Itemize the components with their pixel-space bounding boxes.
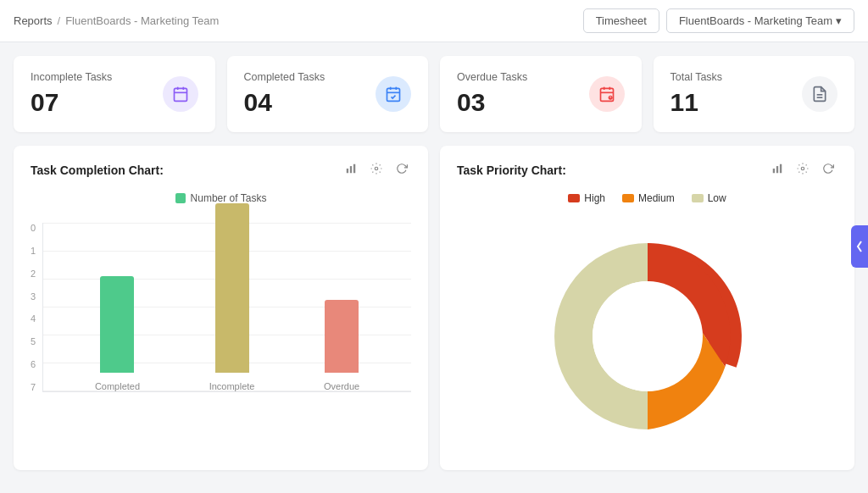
board-selector-label: FluentBoards - Marketing Team — [679, 14, 832, 27]
svg-rect-23 — [780, 164, 782, 174]
stat-card-overdue: Overdue Tasks 03 — [440, 56, 642, 132]
bar-chart-legend: Number of Tasks — [31, 192, 411, 204]
completion-chart-header: Task Completion Chart: — [31, 161, 411, 179]
bar-chart-area: 7 6 5 4 3 2 1 0 — [31, 214, 411, 392]
overdue-icon — [589, 76, 625, 112]
priority-chart-actions — [768, 161, 837, 179]
svg-rect-17 — [347, 169, 348, 173]
overdue-label: Overdue Tasks — [457, 71, 527, 83]
bar-completed-rect — [100, 276, 134, 373]
legend-label: Number of Tasks — [191, 192, 267, 204]
svg-point-20 — [375, 167, 378, 170]
board-selector-button[interactable]: FluentBoards - Marketing Team ▾ — [666, 8, 854, 33]
total-label: Total Tasks — [670, 71, 723, 83]
svg-rect-22 — [776, 166, 778, 173]
reports-link[interactable]: Reports — [14, 14, 53, 27]
bar-completed-label: Completed — [95, 381, 140, 391]
total-icon — [802, 76, 837, 112]
svg-point-14 — [609, 98, 610, 99]
chevron-down-icon: ▾ — [836, 14, 842, 27]
overdue-value: 03 — [457, 88, 527, 117]
completion-chart-actions — [342, 161, 411, 179]
svg-rect-18 — [350, 166, 352, 173]
bars-area: Completed Incomplete Overdue — [42, 223, 411, 392]
incomplete-label: Incomplete Tasks — [31, 71, 112, 83]
completion-chart-card: Task Completion Chart: Number of Tasks — [14, 146, 428, 470]
donut-hole — [593, 281, 703, 391]
legend-medium: Medium — [622, 192, 675, 204]
high-color — [568, 194, 580, 202]
bar-incomplete: Incomplete — [209, 203, 255, 391]
priority-chart-header: Task Priority Chart: — [457, 161, 837, 179]
bar-chart-icon-btn[interactable] — [342, 161, 360, 179]
bar-overdue-label: Overdue — [324, 381, 359, 391]
priority-chart-title: Task Priority Chart: — [457, 163, 566, 177]
y-axis: 7 6 5 4 3 2 1 0 — [31, 223, 42, 392]
donut-segments — [554, 243, 731, 429]
low-label: Low — [708, 192, 726, 204]
sidebar-handle[interactable] — [851, 225, 868, 268]
donut-legend: High Medium Low — [457, 192, 837, 204]
stat-info-overdue: Overdue Tasks 03 — [457, 71, 527, 117]
charts-row: Task Completion Chart: Number of Tasks — [14, 146, 854, 470]
stat-card-total: Total Tasks 11 — [654, 56, 855, 132]
stat-card-completed: Completed Tasks 04 — [227, 56, 429, 132]
svg-rect-19 — [353, 164, 355, 174]
completed-value: 04 — [244, 88, 326, 117]
stat-info-completed: Completed Tasks 04 — [244, 71, 326, 117]
medium-label: Medium — [638, 192, 675, 204]
priority-refresh-icon-btn[interactable] — [819, 161, 837, 179]
stat-info-incomplete: Incomplete Tasks 07 — [31, 71, 112, 117]
priority-gear-icon-btn[interactable] — [793, 161, 812, 179]
svg-rect-0 — [174, 88, 186, 101]
legend-high: High — [568, 192, 605, 204]
svg-rect-4 — [387, 88, 400, 101]
donut-chart-container — [457, 218, 837, 455]
completed-icon — [376, 76, 411, 112]
stat-info-total: Total Tasks 11 — [670, 71, 723, 117]
header-actions: Timesheet FluentBoards - Marketing Team … — [583, 8, 854, 33]
legend-color-dot — [175, 193, 186, 203]
high-label: High — [584, 192, 605, 204]
stat-card-incomplete: Incomplete Tasks 07 — [14, 56, 215, 132]
donut-chart-svg — [537, 226, 758, 446]
medium-color — [622, 194, 634, 202]
completion-chart-title: Task Completion Chart: — [31, 163, 164, 177]
svg-point-24 — [801, 167, 804, 170]
breadcrumb-separator: / — [58, 14, 61, 27]
gear-icon-btn[interactable] — [367, 161, 386, 179]
svg-rect-21 — [773, 169, 775, 173]
bar-overdue: Overdue — [324, 300, 359, 391]
bar-completed: Completed — [95, 276, 140, 391]
legend-low: Low — [692, 192, 726, 204]
refresh-icon-btn[interactable] — [392, 161, 411, 179]
priority-chart-card: Task Priority Chart: High — [440, 146, 854, 470]
bar-incomplete-label: Incomplete — [209, 381, 255, 391]
priority-bar-icon-btn[interactable] — [768, 161, 787, 179]
page-header: Reports / FluentBoards - Marketing Team … — [0, 0, 868, 42]
bar-overdue-rect — [325, 300, 359, 373]
breadcrumb: Reports / FluentBoards - Marketing Team — [14, 14, 219, 27]
board-name: FluentBoards - Marketing Team — [65, 14, 219, 27]
stats-row: Incomplete Tasks 07 Completed Tasks 04 — [14, 56, 854, 132]
bar-incomplete-rect — [215, 203, 249, 373]
low-color — [692, 194, 704, 202]
timesheet-button[interactable]: Timesheet — [583, 8, 659, 33]
completed-label: Completed Tasks — [244, 71, 326, 83]
incomplete-value: 07 — [31, 88, 112, 117]
incomplete-icon — [163, 76, 198, 112]
total-value: 11 — [670, 88, 723, 117]
main-content: Incomplete Tasks 07 Completed Tasks 04 — [0, 42, 868, 484]
